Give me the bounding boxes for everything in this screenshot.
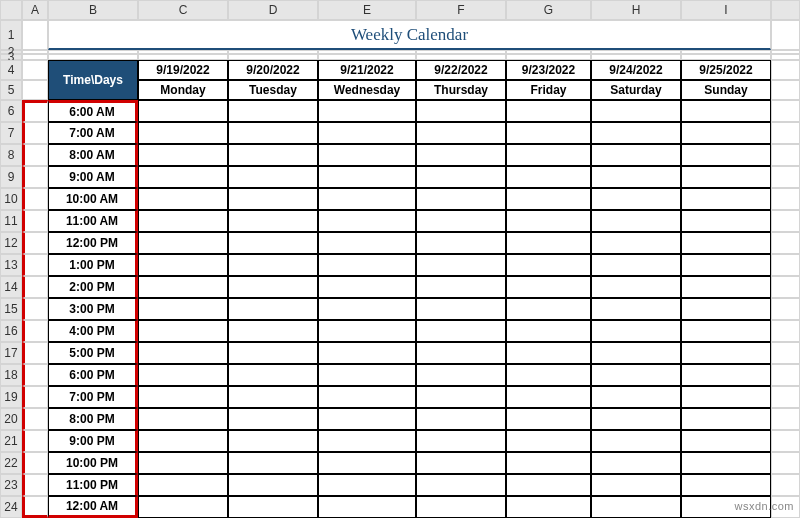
- slot-Monday-9[interactable]: [138, 298, 228, 320]
- slot-Friday-13[interactable]: [506, 386, 591, 408]
- slot-Friday-18[interactable]: [506, 496, 591, 518]
- slot-Thursday-6[interactable]: [416, 232, 506, 254]
- slot-Wednesday-3[interactable]: [318, 166, 416, 188]
- slot-Friday-16[interactable]: [506, 452, 591, 474]
- slot-Sunday-10[interactable]: [681, 320, 771, 342]
- cell-A23[interactable]: [22, 474, 48, 496]
- slot-Wednesday-11[interactable]: [318, 342, 416, 364]
- row-header-20[interactable]: 20: [0, 408, 22, 430]
- slot-Friday-7[interactable]: [506, 254, 591, 276]
- cell-A16[interactable]: [22, 320, 48, 342]
- cell-A22[interactable]: [22, 452, 48, 474]
- slot-Monday-10[interactable]: [138, 320, 228, 342]
- slot-Thursday-18[interactable]: [416, 496, 506, 518]
- slot-Sunday-7[interactable]: [681, 254, 771, 276]
- cell-A6[interactable]: [22, 100, 48, 122]
- slot-Sunday-9[interactable]: [681, 298, 771, 320]
- slot-Monday-8[interactable]: [138, 276, 228, 298]
- slot-Wednesday-4[interactable]: [318, 188, 416, 210]
- slot-Friday-3[interactable]: [506, 166, 591, 188]
- slot-Monday-15[interactable]: [138, 430, 228, 452]
- slot-Thursday-14[interactable]: [416, 408, 506, 430]
- slot-Monday-12[interactable]: [138, 364, 228, 386]
- row-header-23[interactable]: 23: [0, 474, 22, 496]
- slot-Monday-7[interactable]: [138, 254, 228, 276]
- cell-A1[interactable]: [22, 20, 48, 50]
- slot-Sunday-14[interactable]: [681, 408, 771, 430]
- slot-Saturday-4[interactable]: [591, 188, 681, 210]
- cell-A9[interactable]: [22, 166, 48, 188]
- slot-Wednesday-18[interactable]: [318, 496, 416, 518]
- slot-Wednesday-16[interactable]: [318, 452, 416, 474]
- column-header-G[interactable]: G: [506, 0, 591, 20]
- slot-Tuesday-0[interactable]: [228, 100, 318, 122]
- cell-X8[interactable]: [771, 144, 800, 166]
- cell-A20[interactable]: [22, 408, 48, 430]
- row-header-7[interactable]: 7: [0, 122, 22, 144]
- slot-Sunday-8[interactable]: [681, 276, 771, 298]
- row-header-5[interactable]: 5: [0, 80, 22, 100]
- slot-Tuesday-15[interactable]: [228, 430, 318, 452]
- slot-Thursday-5[interactable]: [416, 210, 506, 232]
- slot-Thursday-3[interactable]: [416, 166, 506, 188]
- slot-Wednesday-12[interactable]: [318, 364, 416, 386]
- slot-Friday-6[interactable]: [506, 232, 591, 254]
- slot-Friday-15[interactable]: [506, 430, 591, 452]
- slot-Tuesday-6[interactable]: [228, 232, 318, 254]
- row-header-9[interactable]: 9: [0, 166, 22, 188]
- slot-Thursday-15[interactable]: [416, 430, 506, 452]
- row-header-24[interactable]: 24: [0, 496, 22, 518]
- cell-X23[interactable]: [771, 474, 800, 496]
- slot-Saturday-10[interactable]: [591, 320, 681, 342]
- slot-Wednesday-6[interactable]: [318, 232, 416, 254]
- column-header-C[interactable]: C: [138, 0, 228, 20]
- slot-Sunday-1[interactable]: [681, 122, 771, 144]
- cell-A5[interactable]: [22, 80, 48, 100]
- row-header-21[interactable]: 21: [0, 430, 22, 452]
- slot-Tuesday-13[interactable]: [228, 386, 318, 408]
- slot-Saturday-13[interactable]: [591, 386, 681, 408]
- slot-Monday-1[interactable]: [138, 122, 228, 144]
- slot-Saturday-14[interactable]: [591, 408, 681, 430]
- slot-Friday-8[interactable]: [506, 276, 591, 298]
- slot-Tuesday-3[interactable]: [228, 166, 318, 188]
- column-header-A[interactable]: A: [22, 0, 48, 20]
- select-all-corner[interactable]: [0, 0, 22, 20]
- slot-Friday-14[interactable]: [506, 408, 591, 430]
- cell-X21[interactable]: [771, 430, 800, 452]
- slot-Friday-0[interactable]: [506, 100, 591, 122]
- row-header-4[interactable]: 4: [0, 60, 22, 80]
- slot-Wednesday-14[interactable]: [318, 408, 416, 430]
- slot-Tuesday-7[interactable]: [228, 254, 318, 276]
- slot-Sunday-4[interactable]: [681, 188, 771, 210]
- slot-Wednesday-9[interactable]: [318, 298, 416, 320]
- slot-Monday-0[interactable]: [138, 100, 228, 122]
- slot-Tuesday-18[interactable]: [228, 496, 318, 518]
- slot-Sunday-16[interactable]: [681, 452, 771, 474]
- cell-X13[interactable]: [771, 254, 800, 276]
- row-header-12[interactable]: 12: [0, 232, 22, 254]
- row-header-18[interactable]: 18: [0, 364, 22, 386]
- column-header-overflow[interactable]: [771, 0, 800, 20]
- slot-Wednesday-13[interactable]: [318, 386, 416, 408]
- slot-Friday-12[interactable]: [506, 364, 591, 386]
- slot-Saturday-18[interactable]: [591, 496, 681, 518]
- slot-Monday-17[interactable]: [138, 474, 228, 496]
- slot-Thursday-7[interactable]: [416, 254, 506, 276]
- cell-X11[interactable]: [771, 210, 800, 232]
- slot-Thursday-4[interactable]: [416, 188, 506, 210]
- slot-Thursday-13[interactable]: [416, 386, 506, 408]
- slot-Saturday-8[interactable]: [591, 276, 681, 298]
- slot-Tuesday-5[interactable]: [228, 210, 318, 232]
- cell-X6[interactable]: [771, 100, 800, 122]
- slot-Friday-5[interactable]: [506, 210, 591, 232]
- slot-Saturday-6[interactable]: [591, 232, 681, 254]
- cell-A18[interactable]: [22, 364, 48, 386]
- slot-Thursday-8[interactable]: [416, 276, 506, 298]
- slot-Friday-10[interactable]: [506, 320, 591, 342]
- slot-Wednesday-8[interactable]: [318, 276, 416, 298]
- slot-Saturday-5[interactable]: [591, 210, 681, 232]
- slot-Saturday-3[interactable]: [591, 166, 681, 188]
- column-header-E[interactable]: E: [318, 0, 416, 20]
- column-header-D[interactable]: D: [228, 0, 318, 20]
